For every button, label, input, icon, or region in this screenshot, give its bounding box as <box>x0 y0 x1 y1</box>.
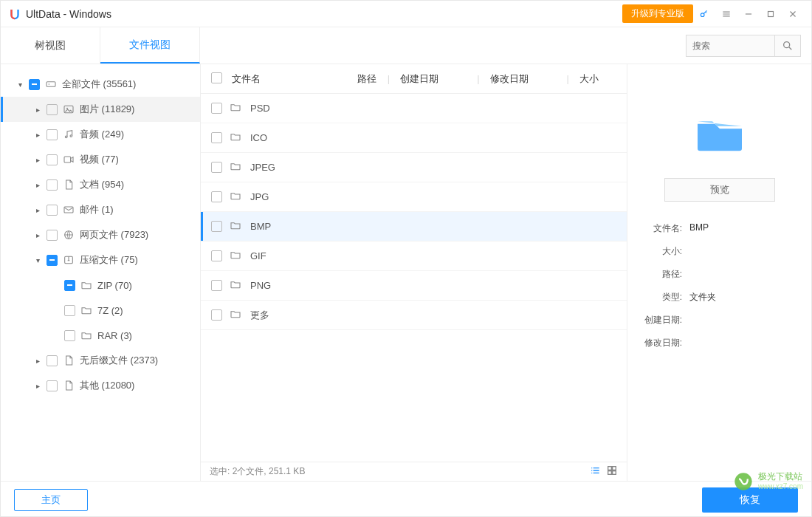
tree-checkbox[interactable] <box>47 104 58 115</box>
tree-item[interactable]: ZIP (70) <box>1 273 200 298</box>
chevron-right-icon[interactable]: ▸ <box>33 206 42 214</box>
tree-item-label: 其他 (12080) <box>80 379 134 392</box>
tree-item[interactable]: 7Z (2) <box>1 298 200 323</box>
col-filename[interactable]: 文件名 <box>232 72 350 86</box>
tree-checkbox[interactable] <box>47 205 58 216</box>
folder-icon <box>230 190 243 204</box>
chevron-right-icon[interactable]: ▸ <box>33 382 42 390</box>
tree-item[interactable]: ▸无后缀文件 (2373) <box>1 348 200 373</box>
tree-item-label: RAR (3) <box>97 330 132 341</box>
app-title: UltData - Windows <box>26 8 111 20</box>
file-checkbox[interactable] <box>211 103 222 114</box>
tree-item[interactable]: ▸视频 (77) <box>1 147 200 172</box>
home-button[interactable]: 主页 <box>14 489 88 511</box>
file-row[interactable]: JPG <box>201 182 627 212</box>
tree-checkbox[interactable] <box>47 129 58 140</box>
file-row[interactable]: JPEG <box>201 153 627 182</box>
tree-checkbox[interactable] <box>47 380 58 391</box>
folder-icon <box>80 279 93 291</box>
tab-file-view[interactable]: 文件视图 <box>100 27 200 64</box>
maximize-button[interactable] <box>760 3 782 25</box>
folder-icon <box>230 131 243 145</box>
upgrade-button[interactable]: 升级到专业版 <box>622 4 693 23</box>
col-modified[interactable]: 修改日期 <box>490 72 557 86</box>
minimize-button[interactable] <box>737 3 760 25</box>
tree-checkbox[interactable] <box>64 330 75 341</box>
search-button[interactable] <box>774 35 801 57</box>
file-checkbox[interactable] <box>211 309 222 321</box>
chevron-right-icon[interactable]: ▸ <box>33 357 42 365</box>
tree-item[interactable]: ▸邮件 (1) <box>1 197 200 222</box>
search-input[interactable] <box>686 35 774 57</box>
file-checkbox[interactable] <box>211 132 222 143</box>
view-tabs: 树视图 文件视图 <box>1 27 811 64</box>
tree-item[interactable]: ▸文档 (954) <box>1 172 200 197</box>
tree-item[interactable]: ▸网页文件 (7923) <box>1 222 200 247</box>
menu-button[interactable] <box>715 3 737 25</box>
col-path[interactable]: 路径 <box>357 72 377 86</box>
drive-icon <box>44 78 58 90</box>
chevron-down-icon[interactable]: ▾ <box>33 256 42 264</box>
file-row[interactable]: 更多 <box>201 301 627 330</box>
chevron-right-icon[interactable]: ▸ <box>33 231 42 239</box>
tree-item[interactable]: ▾全部文件 (35561) <box>1 72 200 97</box>
tree-item[interactable]: ▾压缩文件 (75) <box>1 247 200 273</box>
tree-checkbox[interactable] <box>47 230 58 241</box>
file-row[interactable]: GIF <box>201 242 627 271</box>
tree-item-label: 音频 (249) <box>80 128 124 141</box>
tree-checkbox[interactable] <box>64 280 75 291</box>
titlebar: UltData - Windows 升级到专业版 <box>1 1 811 27</box>
license-key-button[interactable] <box>693 3 715 25</box>
tree-item[interactable]: RAR (3) <box>1 323 200 348</box>
tree-item[interactable]: ▸其他 (12080) <box>1 373 200 398</box>
col-created[interactable]: 创建日期 <box>400 72 467 86</box>
meta-value-size <box>689 245 801 258</box>
file-checkbox[interactable] <box>211 191 222 202</box>
archive-icon <box>62 254 75 266</box>
video-icon <box>62 154 75 165</box>
file-name: JPG <box>250 191 269 202</box>
mail-icon <box>62 204 75 216</box>
chevron-right-icon[interactable]: ▸ <box>33 106 42 114</box>
tree-item-label: ZIP (70) <box>97 280 132 291</box>
tree-checkbox[interactable] <box>47 179 58 191</box>
app-logo: UltData - Windows <box>8 7 111 21</box>
tree-item-label: 文档 (954) <box>80 178 124 191</box>
chevron-down-icon[interactable]: ▾ <box>16 81 24 89</box>
file-row[interactable]: ICO <box>201 123 627 153</box>
meta-value-path <box>689 268 801 281</box>
tree-checkbox[interactable] <box>47 355 58 366</box>
file-checkbox[interactable] <box>211 280 222 291</box>
status-bar: 选中: 2个文件, 251.1 KB <box>201 462 627 481</box>
tree-checkbox[interactable] <box>47 255 58 266</box>
tab-tree-view[interactable]: 树视图 <box>1 27 100 64</box>
file-checkbox[interactable] <box>211 221 222 232</box>
folder-icon <box>230 101 243 115</box>
file-checkbox[interactable] <box>211 162 222 173</box>
preview-button[interactable]: 预览 <box>664 178 775 202</box>
chevron-right-icon[interactable]: ▸ <box>33 131 42 139</box>
view-grid-button[interactable] <box>606 465 618 479</box>
recover-button[interactable]: 恢复 <box>702 487 798 513</box>
meta-value-created <box>689 314 801 326</box>
tree-item[interactable]: ▸音频 (249) <box>1 122 200 147</box>
file-row[interactable]: PNG <box>201 271 627 301</box>
tree-item-label: 邮件 (1) <box>80 203 114 216</box>
file-row[interactable]: BMP <box>201 212 627 242</box>
select-all-checkbox[interactable] <box>211 72 222 83</box>
doc-icon <box>62 179 75 191</box>
view-list-button[interactable] <box>590 465 602 479</box>
chevron-right-icon[interactable]: ▸ <box>33 156 42 164</box>
tree-item[interactable]: ▸图片 (11829) <box>1 97 200 122</box>
close-button[interactable] <box>782 3 804 25</box>
col-size[interactable]: 大小 <box>579 72 616 86</box>
category-tree: ▾全部文件 (35561)▸图片 (11829)▸音频 (249)▸视频 (77… <box>1 64 200 481</box>
doc-icon <box>62 355 75 366</box>
chevron-right-icon[interactable]: ▸ <box>33 181 42 189</box>
tree-item-label: 视频 (77) <box>80 153 119 166</box>
tree-checkbox[interactable] <box>64 305 75 316</box>
tree-checkbox[interactable] <box>47 154 58 165</box>
tree-checkbox[interactable] <box>29 79 40 90</box>
file-checkbox[interactable] <box>211 250 222 261</box>
file-row[interactable]: PSD <box>201 94 627 123</box>
